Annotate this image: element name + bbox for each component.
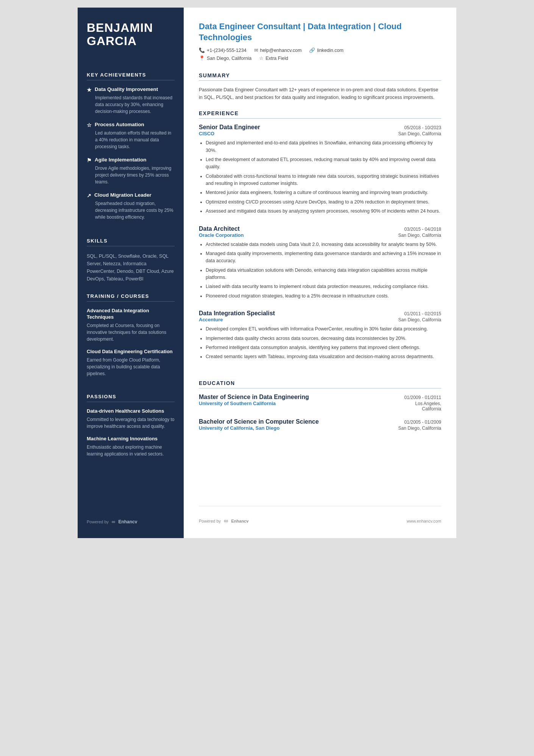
- contact-location: 📍 San Diego, California: [199, 55, 251, 61]
- passions-list: Data-driven Healthcare Solutions Committ…: [87, 408, 175, 463]
- star-icon: ★: [87, 87, 92, 93]
- edu-degree-2: Bachelor of Science in Computer Science: [199, 418, 319, 425]
- achievement-desc-2: Led automation efforts that resulted in …: [87, 130, 175, 150]
- sidebar-footer: Powered by ∞ Enhancv: [87, 507, 175, 524]
- achievement-item-1: ★ Data Quality Improvement Implemented s…: [87, 86, 175, 115]
- experience-entry-2: Data Architect 03/2015 - 04/2018 Oracle …: [199, 225, 441, 302]
- bullet: Performed intelligent data consumption a…: [206, 344, 441, 351]
- job-title-header: Data Engineer Consultant | Data Integrat…: [199, 21, 441, 43]
- footer: Powered by ∞ Enhancv www.enhancv.com: [199, 506, 441, 524]
- flag-icon: ⚑: [87, 157, 92, 163]
- passion-title-1: Data-driven Healthcare Solutions: [87, 408, 175, 415]
- phone-icon: 📞: [199, 47, 205, 53]
- exp-location-1: San Diego, California: [398, 131, 441, 136]
- bullet: Designed and implemented end-to-end data…: [206, 139, 441, 154]
- edu-dates-1: 01/2009 - 01/2011: [404, 395, 441, 400]
- exp-job-title-2: Data Architect: [199, 225, 240, 232]
- passions-section-title: PASSIONS: [87, 394, 175, 402]
- achievements-section-title: KEY ACHIEVEMENTS: [87, 72, 175, 80]
- achievement-title-3: ⚑ Agile Implementation: [87, 157, 175, 163]
- powered-by-label: Powered by: [87, 520, 109, 524]
- footer-powered-by: Powered by: [199, 519, 221, 523]
- extra-icon: ☆: [259, 55, 264, 61]
- exp-company-row-2: Oracle Corporation San Diego, California: [199, 232, 441, 238]
- bullet: Created semantic layers with Tableau, im…: [206, 353, 441, 360]
- summary-section-title: SUMMARY: [199, 72, 441, 81]
- exp-company-3: Accenture: [199, 317, 223, 322]
- edu-school-row-2: University of California, San Diego San …: [199, 425, 441, 431]
- edu-location-2: San Diego, California: [398, 426, 441, 431]
- achievements-list: ★ Data Quality Improvement Implemented s…: [87, 86, 175, 227]
- bullet: Pioneered cloud migration strategies, le…: [206, 293, 441, 300]
- contact-extra: ☆ Extra Field: [259, 55, 288, 61]
- email-icon: ✉: [254, 47, 258, 53]
- edu-school-2: University of California, San Diego: [199, 425, 279, 431]
- exp-bullets-1: Designed and implemented end-to-end data…: [199, 139, 441, 215]
- edu-school-row-1: University of Southern California Los An…: [199, 401, 441, 412]
- location-icon: 📍: [199, 55, 205, 61]
- experience-entry-3: Data Integration Specialist 01/2011 - 02…: [199, 310, 441, 363]
- achievement-title-2: ☆ Process Automation: [87, 122, 175, 128]
- education-section-title: EDUCATION: [199, 380, 441, 388]
- linkedin-icon: 🔗: [309, 47, 315, 53]
- bullet: Collaborated with cross-functional teams…: [206, 173, 441, 188]
- bullet: Developed complex ETL workflows with Inf…: [206, 326, 441, 333]
- exp-company-1: CISCO: [199, 131, 214, 136]
- exp-dates-1: 05/2018 - 10/2023: [404, 125, 441, 130]
- exp-location-2: San Diego, California: [398, 233, 441, 238]
- edu-school-1: University of Southern California: [199, 401, 276, 406]
- exp-job-title-1: Senior Data Engineer: [199, 124, 260, 131]
- achievement-desc-1: Implemented standards that increased dat…: [87, 94, 175, 115]
- achievement-item-2: ☆ Process Automation Led automation effo…: [87, 122, 175, 150]
- contact-linkedin: 🔗 linkedin.com: [309, 47, 343, 53]
- training-item-2: Cloud Data Engineering Certification Ear…: [87, 349, 175, 377]
- passion-item-2: Machine Learning Innovations Enthusiasti…: [87, 436, 175, 457]
- skills-section-title: SKILLS: [87, 238, 175, 246]
- bullet: Implemented data quality checks across d…: [206, 335, 441, 342]
- passion-title-2: Machine Learning Innovations: [87, 436, 175, 442]
- brand-name: Enhancv: [118, 519, 137, 524]
- footer-brand: Powered by ∞ Enhancv: [199, 518, 248, 524]
- bullet: Architected scalable data models using D…: [206, 241, 441, 248]
- exp-job-title-3: Data Integration Specialist: [199, 310, 275, 317]
- footer-logo-icon: ∞: [224, 518, 228, 524]
- training-title-2: Cloud Data Engineering Certification: [87, 349, 175, 355]
- bullet: Mentored junior data engineers, fosterin…: [206, 189, 441, 196]
- bullet: Liaised with data security teams to impl…: [206, 283, 441, 290]
- training-section-title: TRAINING / COURSES: [87, 293, 175, 302]
- bullet: Led the development of automated ETL pro…: [206, 156, 441, 171]
- exp-company-row-3: Accenture San Diego, California: [199, 317, 441, 322]
- education-entry-1: Master of Science in Data Engineering 01…: [199, 394, 441, 412]
- edu-header-row-1: Master of Science in Data Engineering 01…: [199, 394, 441, 401]
- exp-company-row-1: CISCO San Diego, California: [199, 131, 441, 136]
- skills-text: SQL, PL/SQL, Snowflake, Oracle, SQL Serv…: [87, 252, 175, 283]
- training-list: Advanced Data Integration Techniques Com…: [87, 308, 175, 383]
- bullet: Optimized existing CI/CD processes using…: [206, 199, 441, 206]
- summary-text: Passionate Data Engineer Consultant with…: [199, 86, 441, 101]
- brand-logo-icon: ∞: [112, 519, 115, 524]
- training-item-1: Advanced Data Integration Techniques Com…: [87, 308, 175, 343]
- training-title-1: Advanced Data Integration Techniques: [87, 308, 175, 321]
- training-desc-2: Earned from Google Cloud Platform, speci…: [87, 357, 175, 377]
- experience-section-title: EXPERIENCE: [199, 110, 441, 119]
- bullet: Managed data quality improvements, imple…: [206, 250, 441, 265]
- edu-location-1: Los Angeles,California: [415, 401, 441, 412]
- star-outline-icon: ☆: [87, 122, 92, 128]
- exp-header-row-2: Data Architect 03/2015 - 04/2018: [199, 225, 441, 232]
- exp-company-2: Oracle Corporation: [199, 232, 244, 238]
- achievement-title-4: ↗ Cloud Migration Leader: [87, 192, 175, 199]
- main-content: Data Engineer Consultant | Data Integrat…: [184, 8, 456, 538]
- exp-header-row-3: Data Integration Specialist 01/2011 - 02…: [199, 310, 441, 317]
- achievement-desc-4: Spearheaded cloud migration, decreasing …: [87, 200, 175, 221]
- achievement-desc-3: Drove Agile methodologies, improving pro…: [87, 165, 175, 185]
- achievement-item-4: ↗ Cloud Migration Leader Spearheaded clo…: [87, 192, 175, 221]
- footer-brand-name: Enhancv: [231, 519, 249, 523]
- contact-phone: 📞 +1-(234)-555-1234: [199, 47, 247, 53]
- exp-dates-3: 01/2011 - 02/2015: [404, 311, 441, 316]
- bullet: Deployed data virtualization solutions w…: [206, 267, 441, 282]
- exp-location-3: San Diego, California: [398, 317, 441, 322]
- achievement-title-1: ★ Data Quality Improvement: [87, 86, 175, 93]
- training-desc-1: Completed at Coursera, focusing on innov…: [87, 322, 175, 343]
- experience-entry-1: Senior Data Engineer 05/2018 - 10/2023 C…: [199, 124, 441, 217]
- resume-container: BENJAMINGARCIA KEY ACHIEVEMENTS ★ Data Q…: [78, 8, 456, 538]
